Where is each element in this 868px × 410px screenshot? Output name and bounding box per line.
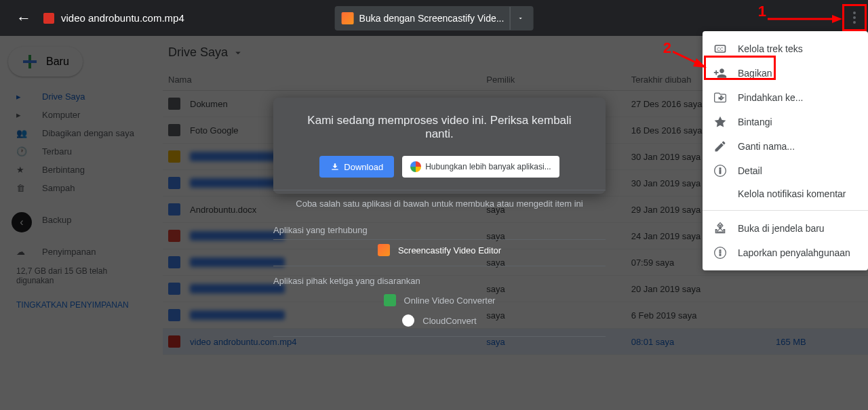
video-file-icon <box>43 13 54 24</box>
svg-marker-5 <box>832 15 842 23</box>
apps-section: Coba salah satu aplikasi di bawah untuk … <box>273 190 606 342</box>
connect-apps-button[interactable]: Hubungkan lebih banyak aplikasi... <box>402 156 559 178</box>
menu-open-new-window[interactable]: Buka di jendela baru <box>703 216 868 241</box>
file-title: video androbuntu.com.mp4 <box>61 12 184 24</box>
svg-marker-7 <box>693 58 707 68</box>
menu-rename[interactable]: Ganti nama... <box>703 134 868 159</box>
cloudconvert-icon <box>402 314 414 327</box>
app-screencastify[interactable]: Screencastify Video Editor <box>273 240 606 260</box>
info-icon <box>713 164 727 178</box>
menu-details[interactable]: Detail <box>703 159 868 183</box>
menu-move[interactable]: Pindahkan ke... <box>703 85 868 110</box>
app-cloudconvert[interactable]: CloudConvert <box>273 310 606 331</box>
suggested-apps-label: Aplikasi pihak ketiga yang disarankan <box>273 272 606 290</box>
open-with-dropdown[interactable] <box>509 7 530 30</box>
google-icon <box>410 161 421 172</box>
annotation-label-2: 2 <box>663 39 671 57</box>
folder-move-icon <box>713 91 727 104</box>
annotation-box-1 <box>842 4 867 31</box>
svg-point-2 <box>719 168 721 169</box>
ovc-icon <box>384 294 396 306</box>
processing-dialog: Kami sedang memproses video ini. Periksa… <box>273 98 606 194</box>
report-icon <box>713 246 727 260</box>
screencastify-icon <box>378 244 390 256</box>
app-online-video-converter[interactable]: Online Video Converter <box>273 290 606 310</box>
annotation-label-1: 1 <box>758 3 766 20</box>
back-arrow-icon[interactable]: ← <box>16 9 31 27</box>
svg-text:CC: CC <box>717 47 724 52</box>
annotation-arrow-2 <box>673 49 707 69</box>
menu-star[interactable]: Bintangi <box>703 110 868 134</box>
dialog-title: Kami sedang memproses video ini. Periksa… <box>292 114 587 141</box>
svg-rect-3 <box>719 170 721 173</box>
connected-apps-label: Aplikasi yang terhubung <box>273 221 606 240</box>
menu-manage-notifications[interactable]: Kelola notifikasi komentar <box>703 183 868 205</box>
svg-line-6 <box>673 52 698 64</box>
screencastify-icon <box>342 12 354 24</box>
download-button[interactable]: Download <box>319 156 394 178</box>
star-icon <box>713 115 727 129</box>
annotation-arrow-1 <box>768 14 842 27</box>
menu-report[interactable]: Laporkan penyalahgunaan <box>703 241 868 265</box>
annotation-box-2 <box>704 56 776 80</box>
open-with-button[interactable]: Buka dengan Screencastify Vide... <box>335 6 534 30</box>
cc-icon: CC <box>713 42 727 56</box>
edit-icon <box>713 140 727 153</box>
open-new-icon <box>713 222 727 235</box>
apps-hint: Coba salah satu aplikasi di bawah untuk … <box>273 190 606 221</box>
